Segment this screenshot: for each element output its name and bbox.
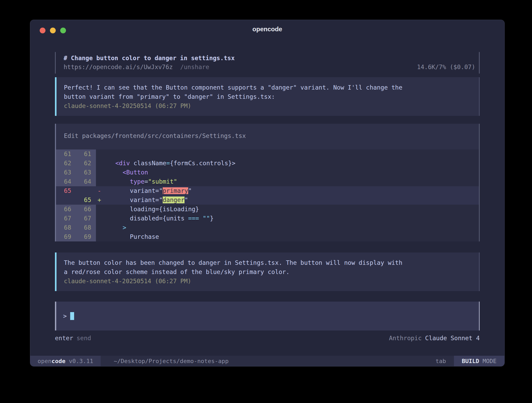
minimize-button[interactable] xyxy=(50,28,56,33)
diff-code-line: Purchase xyxy=(105,232,479,241)
diff-marker xyxy=(96,232,105,241)
diff-marker xyxy=(96,159,105,168)
app-name-open: open xyxy=(38,358,52,364)
provider-label: Anthropic xyxy=(389,334,422,343)
message-model-meta: claude-sonnet-4-20250514 (06:27 PM) xyxy=(64,101,472,111)
mode-word: MODE xyxy=(483,358,497,364)
old-line-number xyxy=(56,195,76,205)
screen: opencode # Change button color to danger… xyxy=(0,0,532,403)
assistant-message-2: The button color has been changed to dan… xyxy=(55,252,480,291)
window-title: opencode xyxy=(252,25,282,33)
diff-code-line: type="submit" xyxy=(105,177,479,186)
diff-row: 6464 type="submit" xyxy=(56,177,479,186)
new-line-number: 67 xyxy=(76,214,96,223)
diff-code-line xyxy=(105,149,479,159)
session-title: # Change button color to danger in setti… xyxy=(64,54,475,63)
diff-marker xyxy=(96,168,105,177)
traffic-lights xyxy=(40,28,66,33)
app-name-code: code xyxy=(52,358,65,364)
working-directory: ~/Desktop/Projects/demo-notes-app xyxy=(114,358,229,364)
prompt-symbol: > xyxy=(63,313,67,319)
diff-marker xyxy=(96,223,105,232)
assistant-message-1: Perfect! I can see that the Button compo… xyxy=(55,77,480,116)
old-line-number: 61 xyxy=(56,149,76,159)
diff-marker: - xyxy=(96,186,105,195)
diff-row: 6666 loading={isLoading} xyxy=(56,205,479,214)
opencode-window: opencode # Change button color to danger… xyxy=(30,20,505,366)
diff-row: 6868 > xyxy=(56,223,479,232)
diff-row: 6262 <div className={formCs.controls}> xyxy=(56,159,479,168)
diff-code-line: > xyxy=(105,223,479,232)
session-subheader: https://opencode.ai/s/UwJxv76z /unshare … xyxy=(64,63,475,71)
hint-bar: enter send Anthropic Claude Sonnet 4 xyxy=(55,334,480,343)
prompt-input[interactable]: > xyxy=(55,302,480,330)
new-line-number: 61 xyxy=(76,149,96,159)
new-line-number: 63 xyxy=(76,168,96,177)
diff-marker: + xyxy=(96,195,105,205)
status-bar: opencode v0.3.11 ~/Desktop/Projects/demo… xyxy=(30,356,504,366)
titlebar: opencode xyxy=(30,20,504,38)
diff-marker xyxy=(96,214,105,223)
message-text: The button color has been changed to dan… xyxy=(64,258,472,267)
diff-row: 6969 Purchase xyxy=(56,232,479,241)
diff-marker xyxy=(96,205,105,214)
old-line-number: 62 xyxy=(56,159,76,168)
message-text: a red/rose color scheme instead of the b… xyxy=(64,267,472,277)
diff-view: 61616262 <div className={formCs.controls… xyxy=(56,149,479,241)
text-cursor xyxy=(70,312,74,320)
diff-code-line: variant="danger" xyxy=(105,195,479,205)
diff-code-line: <Button xyxy=(105,168,479,177)
old-line-number: 66 xyxy=(56,205,76,214)
close-button[interactable] xyxy=(40,28,45,33)
diff-marker xyxy=(96,149,105,159)
edit-action: Edit xyxy=(64,132,78,139)
message-model-meta: claude-sonnet-4-20250514 (06:27 PM) xyxy=(64,277,472,286)
diff-row: 65+ variant="danger" xyxy=(56,195,479,205)
enter-key-hint: enter xyxy=(55,334,73,343)
diff-row: 6767 disabled={units === ""} xyxy=(56,214,479,223)
mode-name: BUILD xyxy=(462,358,479,364)
message-text: button variant from "primary" to "danger… xyxy=(64,92,472,101)
old-line-number: 68 xyxy=(56,223,76,232)
token-usage: 14.6K/7% ($0.07) xyxy=(417,63,475,71)
new-line-number xyxy=(76,186,96,195)
edit-file-path: packages/frontend/src/containers/Setting… xyxy=(82,132,246,139)
new-line-number: 68 xyxy=(76,223,96,232)
mode-segment: BUILD MODE xyxy=(454,356,504,366)
old-line-number: 69 xyxy=(56,232,76,241)
send-action-hint: send xyxy=(76,334,91,343)
diff-marker xyxy=(96,177,105,186)
diff-row: 6161 xyxy=(56,149,479,159)
session-content: # Change button color to danger in setti… xyxy=(30,52,504,343)
app-version-segment: opencode v0.3.11 xyxy=(30,356,101,366)
zoom-button[interactable] xyxy=(60,28,66,33)
diff-code-line: disabled={units === ""} xyxy=(105,214,479,223)
old-line-number: 64 xyxy=(56,177,76,186)
old-line-number: 67 xyxy=(56,214,76,223)
new-line-number: 65 xyxy=(76,195,96,205)
diff-row: 65- variant="primary" xyxy=(56,186,479,195)
diff-code-line: <div className={formCs.controls}> xyxy=(105,159,479,168)
model-label: Claude Sonnet 4 xyxy=(425,334,480,343)
edit-tool-block: Edit packages/frontend/src/containers/Se… xyxy=(55,124,480,241)
diff-code-line: variant="primary" xyxy=(105,186,479,195)
tab-key-hint[interactable]: tab xyxy=(436,358,446,364)
new-line-number: 62 xyxy=(76,159,96,168)
session-header: # Change button color to danger in setti… xyxy=(55,52,480,74)
new-line-number: 64 xyxy=(76,177,96,186)
diff-row: 6363 <Button xyxy=(56,168,479,177)
unshare-command: /unshare xyxy=(180,63,209,71)
edit-tool-header: Edit packages/frontend/src/containers/Se… xyxy=(56,133,479,139)
message-text: Perfect! I can see that the Button compo… xyxy=(64,83,472,92)
new-line-number: 66 xyxy=(76,205,96,214)
diff-code-line: loading={isLoading} xyxy=(105,205,479,214)
old-line-number: 65 xyxy=(56,186,76,195)
share-url[interactable]: https://opencode.ai/s/UwJxv76z xyxy=(64,63,173,71)
old-line-number: 63 xyxy=(56,168,76,177)
new-line-number: 69 xyxy=(76,232,96,241)
app-version: v0.3.11 xyxy=(69,358,93,364)
